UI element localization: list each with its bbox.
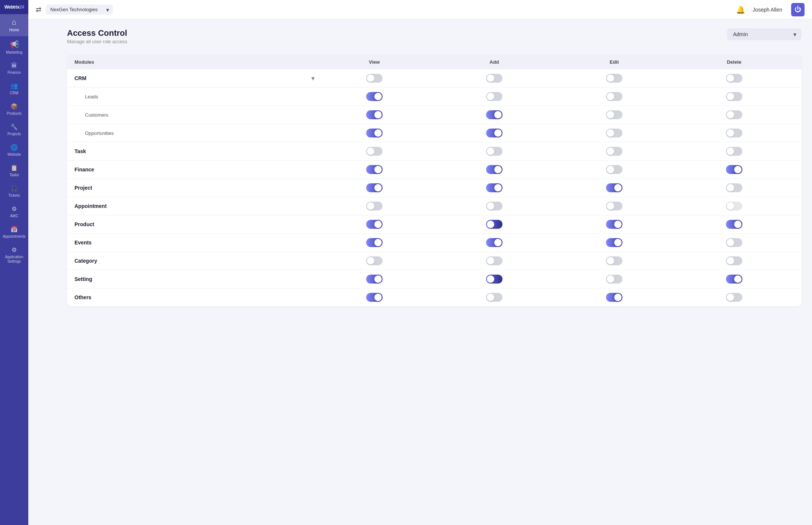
col-edit: Edit	[554, 59, 674, 65]
others-delete-toggle[interactable]	[726, 293, 742, 302]
crm-view-toggle[interactable]	[366, 74, 383, 83]
leads-edit-toggle[interactable]	[606, 92, 622, 101]
customers-name: Customers	[74, 112, 314, 118]
setting-module-name: Setting	[74, 276, 314, 282]
finance-add-toggle[interactable]	[486, 165, 502, 174]
setting-edit-toggle[interactable]	[606, 275, 622, 284]
table-row: Events	[67, 234, 802, 252]
topbar: ⇄ NexGen Technologies 🔔 Joseph Allen ⏻	[28, 0, 812, 19]
power-button[interactable]: ⏻	[791, 3, 805, 16]
opps-edit-toggle[interactable]	[606, 129, 622, 137]
leads-name: Leads	[74, 94, 314, 99]
sidebar-item-appointments[interactable]: 📅 Appointments	[0, 222, 28, 243]
finance-edit-toggle[interactable]	[606, 165, 622, 174]
app-logo: Webtrix24	[0, 0, 28, 14]
events-module-name: Events	[74, 240, 314, 246]
project-edit-toggle[interactable]	[606, 183, 622, 192]
task-delete-toggle[interactable]	[726, 147, 742, 156]
crm-module-name: CRM ▾	[74, 75, 314, 82]
crm-expand-icon[interactable]: ▾	[311, 75, 314, 82]
customers-delete-toggle[interactable]	[726, 110, 742, 119]
table-row: Category	[67, 252, 802, 270]
finance-view-toggle[interactable]	[366, 165, 383, 174]
app-settings-icon: ⚙	[12, 246, 17, 253]
amc-icon: ⚙	[12, 205, 17, 212]
crm-edit-toggle[interactable]	[606, 74, 622, 83]
notification-bell-icon[interactable]: 🔔	[736, 5, 745, 14]
category-edit-toggle[interactable]	[606, 256, 622, 265]
sidebar-item-amc[interactable]: ⚙ AMC	[0, 202, 28, 222]
sidebar-item-app-settings[interactable]: ⚙ Application Settings	[0, 243, 28, 268]
customers-view-toggle[interactable]	[366, 110, 383, 119]
crm-icon: 👥	[10, 82, 18, 89]
tickets-icon: 🎧	[10, 185, 18, 192]
category-delete-toggle[interactable]	[726, 256, 742, 265]
company-select[interactable]: NexGen Technologies	[46, 4, 113, 15]
category-add-toggle[interactable]	[486, 256, 502, 265]
opps-delete-toggle[interactable]	[726, 129, 742, 137]
task-view-toggle[interactable]	[366, 147, 383, 156]
sidebar-item-tasks[interactable]: 📋 Tasks	[0, 161, 28, 181]
sidebar-item-projects[interactable]: 🔧 Projects	[0, 120, 28, 140]
sidebar-item-finance[interactable]: 🏛 Finance	[0, 58, 28, 79]
col-add: Add	[434, 59, 554, 65]
leads-add-toggle[interactable]	[486, 92, 502, 101]
leads-view-toggle[interactable]	[366, 92, 383, 101]
others-view-toggle[interactable]	[366, 293, 383, 302]
role-select[interactable]: Admin Manager Staff Viewer	[727, 28, 802, 40]
page-title-group: Access Control Manage all user role acce…	[67, 28, 127, 44]
sidebar-item-products[interactable]: 📦 Products	[0, 99, 28, 120]
appt-delete-toggle[interactable]	[726, 202, 742, 211]
table-row: Project	[67, 179, 802, 197]
customers-edit-toggle[interactable]	[606, 110, 622, 119]
sidebar-item-website[interactable]: 🌐 Website	[0, 140, 28, 161]
others-edit-toggle[interactable]	[606, 293, 622, 302]
page-header: Access Control Manage all user role acce…	[67, 28, 802, 44]
setting-view-toggle[interactable]	[366, 275, 383, 284]
table-row: Opportunities	[67, 124, 802, 142]
page-subtitle: Manage all user role access	[67, 39, 127, 44]
sidebar-item-crm[interactable]: 👥 CRM	[0, 79, 28, 99]
sidebar-item-tickets[interactable]: 🎧 Tickets	[0, 181, 28, 202]
product-delete-toggle[interactable]	[726, 220, 742, 229]
events-view-toggle[interactable]	[366, 238, 383, 247]
finance-delete-toggle[interactable]	[726, 165, 742, 174]
task-edit-toggle[interactable]	[606, 147, 622, 156]
setting-add-toggle[interactable]	[486, 275, 502, 284]
crm-add-toggle[interactable]	[486, 74, 502, 83]
appt-edit-toggle[interactable]	[606, 202, 622, 211]
sidebar-item-marketing[interactable]: 📢 Marketing	[0, 36, 28, 58]
product-add-toggle[interactable]	[486, 220, 502, 229]
events-edit-toggle[interactable]	[606, 238, 622, 247]
opps-view-toggle[interactable]	[366, 129, 383, 137]
leads-delete-toggle[interactable]	[726, 92, 742, 101]
project-add-toggle[interactable]	[486, 183, 502, 192]
appt-add-toggle[interactable]	[486, 202, 502, 211]
col-view: View	[314, 59, 434, 65]
home-icon: ⌂	[12, 18, 16, 26]
category-view-toggle[interactable]	[366, 256, 383, 265]
project-delete-toggle[interactable]	[726, 183, 742, 192]
task-add-toggle[interactable]	[486, 147, 502, 156]
setting-delete-toggle[interactable]	[726, 275, 742, 284]
others-add-toggle[interactable]	[486, 293, 502, 302]
sidebar-item-home[interactable]: ⌂ Home	[0, 14, 28, 36]
project-view-toggle[interactable]	[366, 183, 383, 192]
customers-add-toggle[interactable]	[486, 110, 502, 119]
page-title: Access Control	[67, 28, 127, 38]
main-content: Access Control Manage all user role acce…	[57, 19, 812, 525]
events-add-toggle[interactable]	[486, 238, 502, 247]
appt-view-toggle[interactable]	[366, 202, 383, 211]
events-delete-toggle[interactable]	[726, 238, 742, 247]
project-module-name: Project	[74, 185, 314, 191]
product-module-name: Product	[74, 221, 314, 227]
table-row: Product	[67, 215, 802, 234]
transfer-icon[interactable]: ⇄	[36, 6, 41, 14]
opportunities-name: Opportunities	[74, 130, 314, 136]
crm-delete-toggle[interactable]	[726, 74, 742, 83]
opps-add-toggle[interactable]	[486, 129, 502, 137]
product-edit-toggle[interactable]	[606, 220, 622, 229]
col-modules: Modules	[74, 59, 314, 65]
tasks-icon: 📋	[10, 164, 18, 171]
product-view-toggle[interactable]	[366, 220, 383, 229]
